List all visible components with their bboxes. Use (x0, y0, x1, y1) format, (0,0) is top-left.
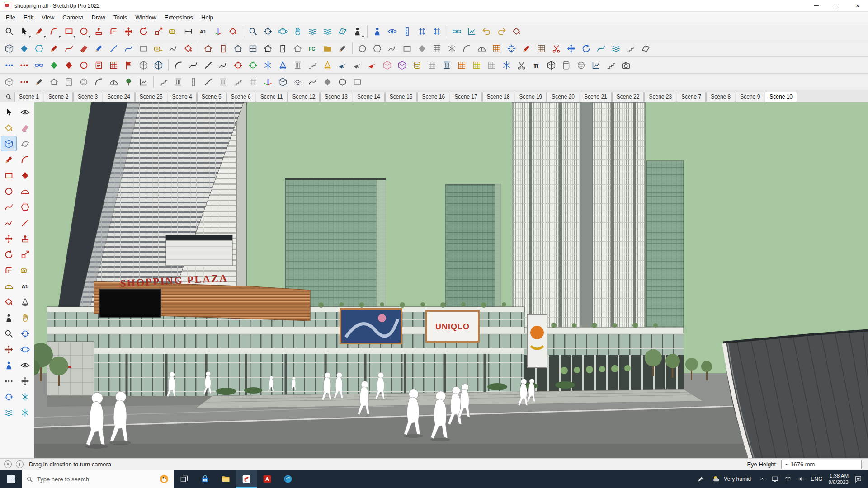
eraser-red-icon[interactable] (76, 41, 91, 56)
show-desktop-button[interactable] (865, 470, 868, 488)
menu-file[interactable]: File (2, 12, 19, 23)
scene-tab-scene-14[interactable]: Scene 14 (353, 92, 385, 102)
material-replace-icon[interactable] (509, 24, 524, 39)
scene-tab-scene-22[interactable]: Scene 22 (612, 92, 644, 102)
offset-icon[interactable] (106, 24, 121, 39)
orbit-icon[interactable] (275, 24, 290, 39)
pal-footprints-icon[interactable] (1, 374, 16, 388)
info-icon[interactable] (16, 460, 24, 468)
fence-icon[interactable] (171, 75, 186, 89)
tree-tool-icon[interactable] (121, 75, 136, 89)
edge-button[interactable] (278, 470, 298, 488)
menu-window[interactable]: Window (131, 12, 160, 23)
menu-edit[interactable]: Edit (19, 12, 38, 23)
scene-tab-scene-17[interactable]: Scene 17 (450, 92, 482, 102)
file-explorer-button[interactable] (215, 470, 236, 488)
stairs-gray-icon[interactable] (305, 58, 320, 72)
pal-line-2-icon[interactable] (18, 216, 33, 230)
cube-outline-icon[interactable] (2, 75, 17, 89)
speaker-icon[interactable] (797, 475, 805, 483)
pal-rot-rect-icon[interactable] (18, 168, 33, 183)
edge-line-icon[interactable] (201, 58, 216, 72)
cylinder-2-icon[interactable] (61, 75, 76, 89)
fredo-diamond-icon[interactable] (17, 41, 32, 56)
sandbox-contours-icon[interactable] (305, 24, 320, 39)
menu-view[interactable]: View (38, 12, 58, 23)
shape-arc-icon[interactable] (459, 41, 474, 56)
fredo-box-icon[interactable] (2, 41, 17, 56)
ibeam-icon[interactable] (439, 58, 454, 72)
graph-navy-icon[interactable] (589, 58, 604, 72)
wave-teal-icon[interactable] (609, 41, 623, 56)
pal-text-icon[interactable]: A1 (18, 279, 33, 293)
section-plane-icon[interactable] (335, 24, 350, 39)
section-2-icon[interactable] (638, 41, 653, 56)
sphere-2-icon[interactable] (76, 75, 91, 89)
eye-height-input[interactable]: ~ 1676 mm (781, 460, 862, 469)
tape-2-icon[interactable] (151, 41, 166, 56)
pal-pushpull-icon[interactable] (18, 231, 33, 246)
slope-tool-icon[interactable] (623, 41, 638, 56)
arc-icon[interactable] (47, 24, 61, 39)
weather-widget[interactable]: Very humid (710, 470, 754, 488)
shape-pie-icon[interactable] (474, 41, 489, 56)
box-navy-icon[interactable] (151, 58, 166, 72)
pal-zoom-window-icon[interactable] (18, 326, 33, 341)
select-icon[interactable] (17, 24, 32, 39)
taskbar-clock[interactable]: 1:38 AM 8/6/2023 (828, 473, 849, 485)
scene-tab-scene-12[interactable]: Scene 12 (288, 92, 320, 102)
zoom-icon[interactable] (245, 24, 260, 39)
curve-4-icon[interactable] (305, 75, 320, 89)
scene-search-icon[interactable] (3, 92, 14, 102)
position-camera-icon[interactable] (370, 24, 385, 39)
move-blue-icon[interactable] (564, 41, 579, 56)
shape-ellipse-icon[interactable] (355, 41, 370, 56)
scene-tab-scene-15[interactable]: Scene 15 (385, 92, 417, 102)
pal-select-icon[interactable] (1, 105, 16, 119)
pencil-4-icon[interactable] (32, 75, 47, 89)
hatch-brown-icon[interactable] (534, 41, 549, 56)
grid-4-icon[interactable] (245, 75, 260, 89)
scene-tab-scene-24[interactable]: Scene 24 (103, 92, 135, 102)
axes-2-icon[interactable] (260, 75, 275, 89)
pencil-tip-icon[interactable] (519, 41, 534, 56)
scene-tab-scene-7[interactable]: Scene 7 (677, 92, 706, 102)
scatter-icon[interactable] (499, 58, 514, 72)
scene-tab-scene-21[interactable]: Scene 21 (580, 92, 612, 102)
tray-expand-icon[interactable] (760, 476, 765, 482)
pal-target-icon[interactable] (1, 389, 16, 404)
wave-4-icon[interactable] (290, 75, 305, 89)
move-icon[interactable] (121, 24, 136, 39)
door-dark-icon[interactable] (275, 41, 290, 56)
pal-polygon-icon[interactable] (18, 200, 33, 214)
curve-blue-icon[interactable] (121, 41, 136, 56)
house-red-icon[interactable] (201, 41, 216, 56)
steps-4-icon[interactable] (231, 75, 245, 89)
box-gray-icon[interactable] (136, 58, 151, 72)
profile-graph-icon[interactable] (464, 24, 479, 39)
look-around-icon[interactable] (385, 24, 400, 39)
cube-navy-icon[interactable] (275, 75, 290, 89)
pal-offset-icon[interactable] (1, 263, 16, 277)
camera-tool-icon[interactable] (618, 58, 633, 72)
circle-4-icon[interactable] (335, 75, 350, 89)
wifi-icon[interactable] (784, 475, 792, 483)
rect-light-icon[interactable] (136, 41, 151, 56)
scene-tab-scene-9[interactable]: Scene 9 (736, 92, 764, 102)
snow-blue-icon[interactable] (260, 58, 275, 72)
diamond-red-icon[interactable] (61, 58, 76, 72)
roof-gray-icon[interactable] (290, 41, 305, 56)
undo-icon[interactable] (479, 24, 494, 39)
start-button[interactable] (0, 470, 22, 488)
coins-icon[interactable] (410, 58, 425, 72)
rect-4-icon[interactable] (350, 75, 365, 89)
shape-rect-icon[interactable] (400, 41, 415, 56)
pal-tape-icon[interactable] (18, 263, 33, 277)
pal-scale-icon[interactable] (18, 247, 33, 262)
pal-look-icon[interactable] (18, 358, 33, 372)
pen-icon[interactable] (697, 476, 704, 483)
scale-icon[interactable] (151, 24, 166, 39)
maximize-button[interactable] (826, 0, 847, 11)
scene-tab-scene-23[interactable]: Scene 23 (644, 92, 676, 102)
monitor-icon[interactable] (771, 475, 778, 483)
